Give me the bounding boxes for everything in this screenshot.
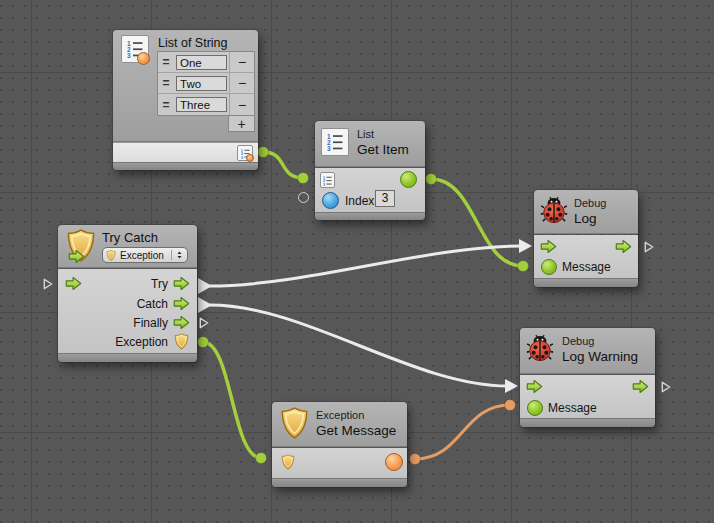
node-body xyxy=(272,448,407,478)
node-body: Try Catch Finally Exception xyxy=(58,269,197,353)
wire-cap[interactable] xyxy=(198,278,212,294)
dropdown-divider xyxy=(171,250,172,260)
wire-endpoint-dot[interactable] xyxy=(198,337,209,348)
node-footer-bar xyxy=(113,162,258,170)
message-input-port[interactable] xyxy=(541,259,557,275)
literal-orange-dot-icon xyxy=(137,52,150,65)
list-output-port[interactable] xyxy=(237,145,253,161)
node-category: Debug xyxy=(574,197,606,209)
remove-item-button[interactable]: − xyxy=(229,73,254,93)
unconnected-exit-triangle[interactable] xyxy=(661,381,671,393)
message-output-port[interactable] xyxy=(385,453,403,471)
node-footer-bar xyxy=(520,418,655,427)
wire-endpoint-dot[interactable] xyxy=(505,400,516,411)
list-item-row: = One − xyxy=(158,52,254,73)
shield-icon xyxy=(280,407,309,439)
catch-label: Catch xyxy=(137,297,168,311)
node-list-get-item[interactable]: List Get Item Index 3 xyxy=(315,121,425,220)
unconnected-index-circle[interactable] xyxy=(298,192,309,203)
wire-getmessage-out-to-logwarning-message[interactable] xyxy=(415,405,510,459)
list-item-input-2[interactable]: Three xyxy=(176,97,227,112)
finally-label: Finally xyxy=(133,316,168,330)
wire-cap[interactable] xyxy=(519,239,532,253)
node-list-of-string[interactable]: List of String = One − = Two − = Three − xyxy=(113,30,258,170)
node-exception-get-message[interactable]: Exception Get Message xyxy=(272,402,407,487)
unconnected-input-triangle[interactable] xyxy=(43,278,53,290)
exit-output-port[interactable] xyxy=(632,379,649,394)
wire-endpoint-dot[interactable] xyxy=(298,173,309,184)
node-footer-bar xyxy=(534,278,638,287)
wire-cap[interactable] xyxy=(198,297,212,313)
node-try-catch[interactable]: Try Catch Exception Try Catch Finally Ex… xyxy=(58,225,197,362)
wire-endpoint-dot[interactable] xyxy=(410,454,421,465)
ladybug-icon xyxy=(526,334,554,362)
item-output-port[interactable] xyxy=(400,171,417,188)
catch-output-port[interactable] xyxy=(173,296,190,311)
exception-label: Exception xyxy=(115,335,168,349)
wire-trycatch-catch-to-logwarning[interactable] xyxy=(210,305,508,386)
exception-input-port[interactable] xyxy=(281,454,295,470)
drag-handle[interactable]: = xyxy=(158,55,174,69)
add-item-button[interactable]: + xyxy=(228,115,255,132)
graph-canvas[interactable]: List of String = One − = Two − = Three − xyxy=(0,0,714,523)
node-header: Exception Get Message xyxy=(272,402,407,447)
node-category: Debug xyxy=(562,335,594,347)
node-header: Debug Log Warning xyxy=(520,328,655,374)
message-label: Message xyxy=(562,260,611,274)
message-label: Message xyxy=(548,401,597,415)
node-category: Exception xyxy=(316,409,364,421)
try-output-port[interactable] xyxy=(173,276,190,291)
message-input-port[interactable] xyxy=(527,400,543,416)
node-title: Log Warning xyxy=(562,349,638,364)
wire-cap[interactable] xyxy=(505,379,518,393)
exception-output-port[interactable] xyxy=(174,333,189,350)
node-header: Debug Log xyxy=(534,190,638,234)
list-items-panel: = One − = Two − = Three − xyxy=(157,51,255,116)
list-item-row: = Three − xyxy=(158,94,254,115)
remove-item-button[interactable]: − xyxy=(229,52,254,72)
flow-arrow-icon xyxy=(68,249,85,264)
node-debug-log[interactable]: Debug Log Message xyxy=(534,190,638,287)
node-footer-bar xyxy=(272,478,407,487)
node-header: Try Catch Exception xyxy=(58,225,197,268)
list-input-port[interactable] xyxy=(320,172,335,188)
finally-output-port[interactable] xyxy=(173,315,190,330)
index-input-field[interactable]: 3 xyxy=(375,190,395,207)
node-header: List Get Item xyxy=(315,121,425,167)
node-title: Log xyxy=(574,211,597,226)
list-item-row: = Two − xyxy=(158,73,254,94)
node-debug-log-warning[interactable]: Debug Log Warning Message xyxy=(520,328,655,427)
updown-arrows-icon xyxy=(175,250,184,260)
wire-endpoint-dot[interactable] xyxy=(258,147,269,158)
wire-endpoint-dot[interactable] xyxy=(518,261,529,272)
wire-trycatch-exception-to-getmessage[interactable] xyxy=(203,342,261,458)
enter-input-port[interactable] xyxy=(540,239,557,254)
try-label: Try xyxy=(151,277,168,291)
enter-input-port[interactable] xyxy=(65,276,82,291)
exception-type-dropdown[interactable]: Exception xyxy=(102,247,188,263)
node-title: Get Message xyxy=(316,423,396,438)
wire-trycatch-try-to-log[interactable] xyxy=(210,246,522,286)
node-body: Index xyxy=(315,168,425,212)
node-footer-bar xyxy=(58,353,197,362)
drag-handle[interactable]: = xyxy=(158,76,174,90)
index-input-port[interactable] xyxy=(322,192,339,209)
wire-list-out-to-getitem-in[interactable] xyxy=(263,152,303,178)
enter-input-port[interactable] xyxy=(526,379,543,394)
wire-endpoint-dot[interactable] xyxy=(426,174,437,185)
dropdown-value: Exception xyxy=(120,250,171,261)
list-item-input-0[interactable]: One xyxy=(176,55,227,70)
drag-handle[interactable]: = xyxy=(158,98,174,112)
output-port-row xyxy=(113,142,258,162)
list-icon xyxy=(321,128,349,156)
ladybug-icon xyxy=(540,196,568,224)
wire-endpoint-dot[interactable] xyxy=(256,453,267,464)
exit-output-port[interactable] xyxy=(615,239,632,254)
unconnected-exit-triangle[interactable] xyxy=(644,241,654,253)
remove-item-button[interactable]: − xyxy=(229,94,254,115)
list-item-input-1[interactable]: Two xyxy=(176,76,227,91)
unconnected-finally-triangle[interactable] xyxy=(199,317,209,329)
node-header: List of String = One − = Two − = Three − xyxy=(113,30,258,142)
wire-getitem-out-to-log-message[interactable] xyxy=(431,179,523,266)
node-category: List xyxy=(357,128,374,140)
